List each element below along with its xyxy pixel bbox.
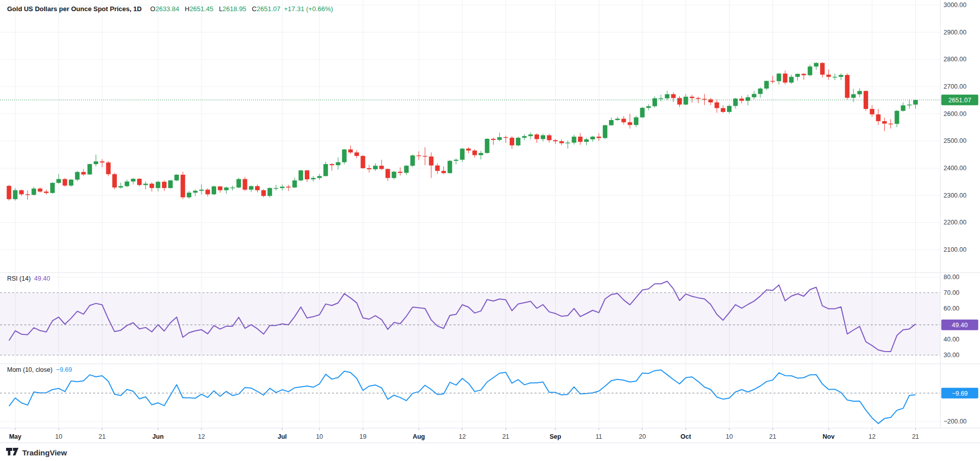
svg-text:Jun: Jun	[152, 433, 164, 440]
mom-value: −9.69	[56, 366, 72, 373]
svg-text:30.00: 30.00	[944, 352, 959, 359]
svg-text:12: 12	[459, 433, 466, 440]
svg-text:−200.00: −200.00	[944, 418, 967, 425]
svg-text:21: 21	[502, 433, 509, 440]
chart-canvas[interactable]: 3000.002900.002800.002700.002600.002500.…	[0, 0, 980, 461]
svg-text:Jul: Jul	[277, 433, 287, 440]
ohlc-low: L2618.95	[217, 5, 246, 13]
rsi-label: RSI (14)	[7, 275, 31, 282]
svg-text:12: 12	[198, 433, 205, 440]
svg-text:Oct: Oct	[680, 433, 691, 440]
svg-text:2400.00: 2400.00	[944, 165, 966, 172]
panel-borders	[0, 0, 980, 443]
symbol-title: Gold US Dollars per Ounce Spot Prices, 1…	[7, 5, 142, 13]
svg-text:Aug: Aug	[413, 433, 425, 440]
ohlc-open: O2633.84	[148, 5, 179, 13]
svg-text:11: 11	[596, 433, 602, 440]
svg-text:21: 21	[912, 433, 919, 440]
tradingview-mark-icon	[6, 447, 19, 457]
svg-text:2200.00: 2200.00	[944, 219, 966, 226]
svg-text:19: 19	[359, 433, 366, 440]
svg-text:10: 10	[316, 433, 323, 440]
svg-text:2100.00: 2100.00	[944, 246, 966, 253]
rsi-indicator-legend: RSI (14) 49.40	[7, 275, 50, 282]
svg-text:2900.00: 2900.00	[944, 29, 966, 36]
svg-text:49.40: 49.40	[952, 322, 967, 329]
svg-text:2700.00: 2700.00	[944, 83, 966, 90]
svg-text:2500.00: 2500.00	[944, 137, 966, 144]
svg-text:70.00: 70.00	[944, 289, 959, 296]
mom-label: Mom (10, close)	[7, 366, 53, 373]
time-axis[interactable]: May1021Jun12Jul1019Aug1221Sep1120Oct1021…	[9, 428, 919, 440]
svg-text:May: May	[9, 433, 21, 440]
svg-text:2600.00: 2600.00	[944, 110, 966, 118]
price-axis[interactable]: 3000.002900.002800.002700.002600.002500.…	[944, 2, 967, 425]
svg-text:Sep: Sep	[550, 433, 561, 440]
ohlc-high: H2651.45	[183, 5, 213, 13]
svg-text:2651.07: 2651.07	[948, 97, 971, 104]
rsi-value: 49.40	[34, 275, 50, 282]
change-value: +17.31 (+0.66%)	[284, 5, 333, 13]
svg-text:60.00: 60.00	[944, 305, 959, 312]
svg-text:2800.00: 2800.00	[944, 56, 966, 63]
tradingview-logo[interactable]: TradingView	[6, 447, 67, 457]
main-series-legend: Gold US Dollars per Ounce Spot Prices, 1…	[7, 5, 333, 13]
mom-badge[interactable]: −9.69	[942, 388, 978, 399]
ohlc-close: C2651.07	[250, 5, 280, 13]
svg-text:80.00: 80.00	[944, 274, 959, 281]
svg-text:21: 21	[769, 433, 777, 440]
rsi-band	[0, 293, 940, 355]
svg-text:10: 10	[726, 433, 733, 440]
tradingview-wordmark: TradingView	[22, 448, 67, 457]
svg-text:Nov: Nov	[823, 433, 835, 440]
rsi-badge[interactable]: 49.40	[942, 320, 978, 330]
svg-text:40.00: 40.00	[944, 336, 959, 343]
svg-text:12: 12	[869, 433, 876, 440]
svg-text:2300.00: 2300.00	[944, 192, 966, 199]
momentum-indicator-legend: Mom (10, close) −9.69	[7, 366, 72, 373]
svg-text:3000.00: 3000.00	[944, 2, 966, 9]
svg-text:20: 20	[639, 433, 646, 440]
svg-text:−9.69: −9.69	[952, 390, 968, 397]
price-badge[interactable]: 2651.07	[942, 95, 978, 105]
svg-text:10: 10	[55, 433, 62, 440]
svg-text:21: 21	[99, 433, 106, 440]
